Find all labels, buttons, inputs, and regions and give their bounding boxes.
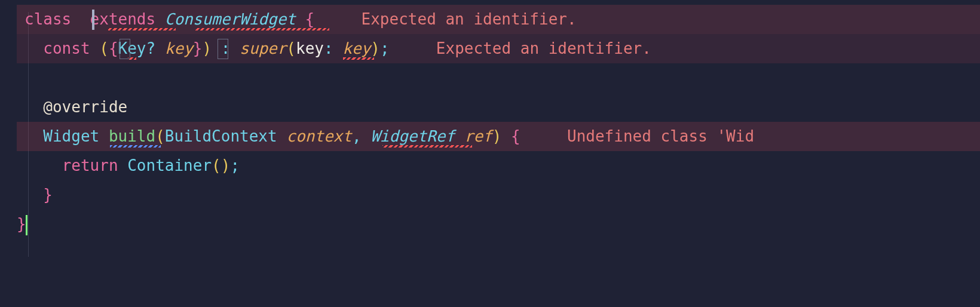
error-squiggle [128,57,136,60]
text-cursor [92,10,94,30]
brace-open: { [501,122,520,151]
type-name: Container [127,151,212,180]
code-line[interactable] [17,63,980,93]
code-line[interactable]: } [17,210,980,239]
code-line[interactable]: @override [17,93,980,122]
keyword-super: super [240,34,286,63]
code-editor[interactable]: class extends ConsumerWidget { Expected … [0,5,980,239]
code-line[interactable]: Widget build(BuildContext context, Widge… [17,122,980,151]
colon: : [324,34,342,63]
indent [24,180,43,210]
keyword-return: return [62,151,118,180]
error-squiggle [343,57,374,60]
spacer [277,122,287,151]
semicolon: ; [380,34,390,63]
indent [24,34,43,63]
code-line[interactable]: const ({Key? key}) : super(key: key); Ex… [17,34,980,63]
indent [24,151,62,180]
error-message: Undefined class 'Wid [567,122,754,151]
code-line[interactable]: class extends ConsumerWidget { Expected … [17,5,980,34]
type-name: BuildContext [165,122,277,151]
text-cursor [26,215,27,235]
annotation: @override [43,93,127,122]
indent [24,93,43,122]
parens: () [212,151,230,180]
error-squiggle [108,28,176,30]
keyword-class: class [24,5,81,34]
error-squiggle [382,145,472,148]
spacer [390,34,436,63]
spacer [118,151,128,180]
nullable: ? [146,34,156,63]
paren-open: ( [286,34,296,63]
comma: , [352,122,370,151]
paren-close: ) [202,34,212,63]
indent [24,122,43,151]
code-line[interactable]: return Container(); [17,151,980,180]
param-name: key [155,34,193,63]
spacer [520,122,567,151]
info-squiggle [110,145,161,148]
named-param: key [296,34,324,63]
brace-close: } [193,34,203,63]
semicolon: ; [230,151,240,180]
paren-open: ( [99,34,109,63]
bracket-match [120,39,130,59]
bracket-match [218,39,228,59]
paren-close: ) [492,122,502,151]
code-line[interactable]: } [17,180,980,210]
keyword-const: const [43,34,99,63]
type-name: Widget [43,122,99,151]
error-squiggle [195,28,329,30]
brace-open: { [109,34,118,63]
brace-close: } [17,210,26,239]
param-name: context [286,122,352,151]
error-message: Expected an identifier. [362,5,577,34]
brace-close: } [43,180,53,210]
error-message: Expected an identifier. [436,34,651,63]
spacer [99,122,109,151]
